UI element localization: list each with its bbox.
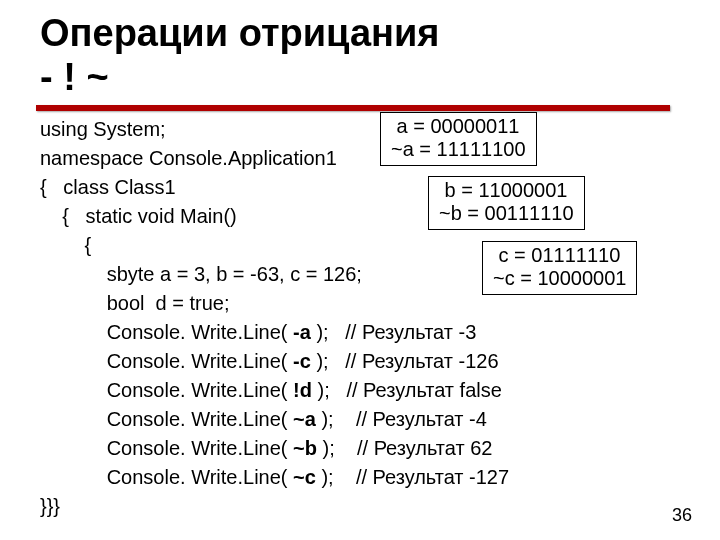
slide-title: Операции отрицания- ! ~ bbox=[40, 12, 680, 105]
page-number: 36 bbox=[672, 505, 692, 526]
code-line: Console. Write.Line( bbox=[40, 437, 293, 459]
code-line: Console. Write.Line( bbox=[40, 379, 293, 401]
code-line: ); // Результат -4 bbox=[316, 408, 487, 430]
title-line-2: - ! ~ bbox=[40, 56, 109, 98]
title-line-1: Операции отрицания bbox=[40, 12, 440, 54]
code-line: ); // Результат false bbox=[312, 379, 502, 401]
code-line: ); // Результат 62 bbox=[317, 437, 492, 459]
code-bold: ~a bbox=[293, 408, 316, 430]
code-line: { class Class1 bbox=[40, 176, 176, 198]
code-line: { bbox=[40, 234, 91, 256]
code-bold: -a bbox=[293, 321, 311, 343]
code-bold: ~b bbox=[293, 437, 317, 459]
code-bold: -c bbox=[293, 350, 311, 372]
code-line: Console. Write.Line( bbox=[40, 321, 293, 343]
code-line: ); // Результат -126 bbox=[311, 350, 499, 372]
binary-box-b: b = 11000001 ~b = 00111110 bbox=[428, 176, 585, 230]
binary-box-c: c = 01111110 ~c = 10000001 bbox=[482, 241, 637, 295]
code-line: namespace Console.Application1 bbox=[40, 147, 337, 169]
code-line: }}} bbox=[40, 495, 60, 517]
binary-box-a: a = 00000011 ~a = 11111100 bbox=[380, 112, 537, 166]
code-bold: !d bbox=[293, 379, 312, 401]
code-line: sbyte a = 3, b = -63, c = 126; bbox=[40, 263, 362, 285]
code-line: ); // Результат -127 bbox=[316, 466, 509, 488]
code-bold: ~c bbox=[293, 466, 316, 488]
code-line: Console. Write.Line( bbox=[40, 466, 293, 488]
code-line: Console. Write.Line( bbox=[40, 408, 293, 430]
code-line: ); // Результат -3 bbox=[311, 321, 476, 343]
code-line: Console. Write.Line( bbox=[40, 350, 293, 372]
title-underline bbox=[36, 105, 670, 111]
code-line: using System; bbox=[40, 118, 166, 140]
slide: Операции отрицания- ! ~ using System; na… bbox=[0, 0, 720, 540]
code-line: { static void Main() bbox=[40, 205, 237, 227]
code-line: bool d = true; bbox=[40, 292, 230, 314]
